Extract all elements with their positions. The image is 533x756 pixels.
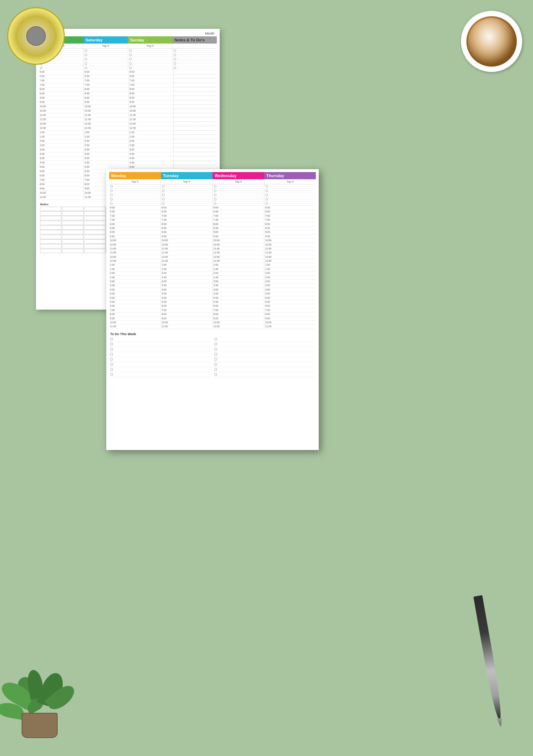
time-cell: 1:00 (161, 263, 213, 267)
time-cell: 9:30 (129, 100, 174, 104)
page2-time-row: 8:308:308:308:30 (109, 226, 316, 230)
time-cell: 12:00 (84, 122, 129, 126)
notes-grid-cell (40, 221, 62, 225)
time-cell: 9:00 (264, 317, 316, 320)
sunday-cb2 (128, 53, 173, 57)
time-cell: 6:30 (264, 210, 316, 213)
time-cell: 11:00 (109, 247, 161, 251)
time-cell: 11:00 (213, 247, 265, 251)
notes-grid-cell (40, 211, 62, 216)
notes-grid-cell (62, 249, 84, 253)
time-cell: 9:00 (109, 230, 161, 234)
page2-time-row: 10:3010:3010:3010:30 (109, 243, 316, 247)
time-cell: 2:30 (161, 276, 213, 279)
page2-time-row: 1:301:301:301:30 (109, 267, 316, 271)
page2-time-row: 11:3011:3011:3011:30 (109, 251, 316, 255)
todo-line (115, 364, 211, 365)
time-cell: 8:30 (264, 226, 316, 230)
monday-top5: Top 5 (109, 179, 161, 184)
wed-cb4 (213, 197, 265, 201)
time-cell: 12:00 (39, 122, 84, 126)
page2-planner: Monday Tuesday Wednesday Thursday Top 5 … (106, 169, 319, 450)
page2-time-row: 3:303:303:303:30 (109, 284, 316, 288)
time-cell: 10:00 (264, 321, 316, 324)
page1-time-row: 3:303:303:30 (39, 152, 217, 157)
mon-cb5 (109, 202, 161, 206)
sunday-cb5 (128, 66, 173, 70)
time-cell: 5:00 (213, 296, 265, 300)
time-cell: 8:00 (109, 312, 161, 316)
page1-time-row: 11:3011:3011:30 (39, 118, 217, 122)
todo-line (219, 354, 315, 355)
page2-cb-row5 (109, 202, 316, 206)
notes-grid-cell (84, 230, 106, 234)
thu-cb4 (264, 197, 316, 201)
todo-line (219, 364, 315, 365)
page2-cb-row2 (109, 189, 316, 193)
notes-grid-cell (40, 239, 62, 244)
time-cell: 3:00 (109, 280, 161, 283)
page2-cb-row4 (109, 197, 316, 202)
todo-line (219, 359, 315, 360)
time-cell: 7:00 (264, 309, 316, 312)
wed-cb5 (213, 202, 265, 206)
time-cell: 6:30 (39, 75, 84, 78)
time-cell: 8:00 (109, 222, 161, 226)
page2-time-row: 7:007:007:007:00 (109, 309, 316, 312)
todo-checkbox (214, 373, 217, 376)
notes-time-cell (174, 96, 217, 100)
notes-header: Notes & To Do's (173, 36, 217, 44)
time-cell: 2:00 (161, 271, 213, 275)
time-cell: 2:30 (109, 276, 161, 279)
time-cell: 11:00 (39, 113, 84, 117)
todo-checkbox (110, 358, 113, 361)
time-cell: 10:30 (161, 243, 213, 247)
notes-grid-cell (84, 221, 106, 225)
time-cell: 2:00 (84, 139, 129, 143)
time-cell: 2:00 (109, 271, 161, 275)
page2-day-headers: Monday Tuesday Wednesday Thursday (109, 172, 316, 179)
page2-cb-row3 (109, 193, 316, 197)
todo-item-row (110, 352, 211, 357)
page1-time-row: 1:301:301:30 (39, 135, 217, 139)
page1-time-row: 1:001:001:00 (39, 131, 217, 135)
todo-item-row (214, 357, 315, 362)
notes-grid-cell (62, 221, 84, 225)
page2-time-row: 9:009:009:009:00 (109, 230, 316, 234)
notes-time-cell (174, 118, 217, 122)
todo-col (110, 337, 211, 377)
time-cell: 9:30 (213, 235, 265, 238)
time-cell: 1:30 (39, 135, 84, 139)
time-cell: 8:00 (39, 87, 84, 91)
time-cell: 3:00 (161, 280, 213, 283)
todo-line (115, 339, 211, 339)
page2-time-row: 10:0010:0010:0010:00 (109, 321, 316, 325)
notes-grid-cell (84, 211, 106, 216)
time-cell: 5:00 (264, 296, 316, 300)
tuesday-top5: Top 5 (161, 179, 213, 184)
notes-grid-cell (40, 216, 62, 220)
thursday-header: Thursday (264, 172, 316, 179)
time-cell: 8:00 (264, 312, 316, 316)
time-cell: 7:00 (109, 309, 161, 312)
page1-time-row: 10:3010:3010:30 (39, 109, 217, 113)
notes-cb1 (173, 49, 217, 53)
todo-section: To Do This Week (109, 331, 316, 378)
page2-top5-row: Top 5 Top 5 Top 5 Top 5 (109, 179, 316, 184)
todo-checkbox (214, 358, 217, 361)
page1-cb-row5 (39, 66, 217, 70)
notes-time-cell (174, 83, 217, 87)
page1-time-row: 6:306:306:30 (39, 75, 217, 79)
todo-checkbox (214, 338, 217, 341)
time-cell: 9:30 (109, 235, 161, 238)
time-cell: 4:30 (161, 292, 213, 296)
time-cell: 3:00 (39, 148, 84, 152)
time-cell: 10:00 (264, 239, 316, 242)
todo-col (214, 337, 315, 377)
wednesday-header: Wednesday (212, 172, 264, 179)
notes-grid-cell (84, 207, 106, 211)
page1-checkboxes (39, 49, 217, 70)
mon-cb2 (109, 189, 161, 193)
tue-cb2 (161, 189, 213, 193)
time-cell: 10:00 (213, 239, 265, 242)
